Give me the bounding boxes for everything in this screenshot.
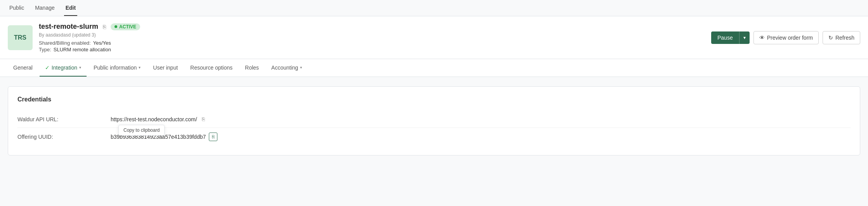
offering-uuid-label: Offering UUID: xyxy=(17,134,111,140)
pause-dropdown-button[interactable]: ▾ xyxy=(739,31,750,44)
sec-nav-accounting[interactable]: Accounting ▾ xyxy=(266,59,307,77)
header-title-row: test-remote-slurm ⎘ ACTIVE xyxy=(39,23,140,31)
table-row: Waldur API URL: https://rest-test.nodeco… xyxy=(17,111,851,128)
eye-icon: 👁 xyxy=(759,35,765,41)
credentials-table: Waldur API URL: https://rest-test.nodeco… xyxy=(17,111,851,146)
check-icon: ✓ xyxy=(45,65,50,71)
updated-by: By aasdasdasd (updated 3) xyxy=(39,32,140,38)
pause-btn-group: Pause ▾ xyxy=(711,31,750,44)
accounting-label: Accounting xyxy=(271,65,298,71)
shared-label: Shared/Billing enabled: xyxy=(39,40,91,46)
user-input-label: User input xyxy=(153,65,178,71)
copy-uuid-button[interactable]: ⎘ xyxy=(209,133,217,141)
header-info: test-remote-slurm ⎘ ACTIVE By aasdasdasd… xyxy=(39,23,140,52)
sec-nav-roles[interactable]: Roles xyxy=(240,59,264,77)
secondary-nav: General ✓ Integration ▾ Public informati… xyxy=(0,59,868,77)
refresh-btn-label: Refresh xyxy=(835,35,854,41)
copy-waldur-api-url-button[interactable]: ⎘ xyxy=(200,115,207,123)
meta-shared: Shared/Billing enabled: Yes/Yes xyxy=(39,40,140,46)
accounting-caret-icon: ▾ xyxy=(300,65,302,70)
status-badge: ACTIVE xyxy=(111,23,140,30)
preview-btn-label: Preview order form xyxy=(767,35,813,41)
copy-tooltip: Copy to clipboard xyxy=(118,125,165,136)
refresh-icon: ↻ xyxy=(828,35,833,41)
top-nav-manage[interactable]: Manage xyxy=(33,0,56,16)
roles-label: Roles xyxy=(245,65,259,71)
top-nav-edit[interactable]: Edit xyxy=(64,0,77,16)
type-label: Type: xyxy=(39,47,51,52)
header-actions: Pause ▾ 👁 Preview order form ↻ Refresh xyxy=(711,31,860,44)
top-nav-public[interactable]: Public xyxy=(8,0,26,16)
preview-order-form-button[interactable]: 👁 Preview order form xyxy=(753,31,819,44)
refresh-button[interactable]: ↻ Refresh xyxy=(823,31,860,44)
sec-nav-resource-options[interactable]: Resource options xyxy=(185,59,238,77)
top-nav: Public Manage Edit xyxy=(0,0,868,16)
copy-name-button[interactable]: ⎘ xyxy=(102,23,107,31)
waldur-api-url-label: Waldur API URL: xyxy=(17,116,111,122)
header-section: TRS test-remote-slurm ⎘ ACTIVE By aasdas… xyxy=(0,16,868,59)
public-info-label: Public information xyxy=(94,65,137,71)
header-left: TRS test-remote-slurm ⎘ ACTIVE By aasdas… xyxy=(8,23,140,52)
integration-label: Integration xyxy=(52,65,77,71)
pause-button[interactable]: Pause xyxy=(711,31,739,44)
credentials-card: Credentials Waldur API URL: https://rest… xyxy=(8,86,860,155)
resource-options-label: Resource options xyxy=(190,65,233,71)
sec-nav-integration[interactable]: ✓ Integration ▾ xyxy=(40,59,87,77)
main-content: Credentials Waldur API URL: https://rest… xyxy=(0,77,868,165)
waldur-api-url-text: https://rest-test.nodeconductor.com/ xyxy=(111,116,197,122)
caret-icon: ▾ xyxy=(743,35,746,40)
avatar: TRS xyxy=(8,25,33,50)
offering-name: test-remote-slurm xyxy=(39,23,98,31)
public-info-caret-icon: ▾ xyxy=(139,65,141,70)
waldur-api-url-value: https://rest-test.nodeconductor.com/ ⎘ C… xyxy=(111,115,207,123)
credentials-title: Credentials xyxy=(17,96,851,103)
meta-type: Type: SLURM remote allocation xyxy=(39,47,140,52)
sec-nav-public-information[interactable]: Public information ▾ xyxy=(88,59,146,77)
shared-value: Yes/Yes xyxy=(93,40,111,46)
sec-nav-user-input[interactable]: User input xyxy=(148,59,183,77)
type-value: SLURM remote allocation xyxy=(54,47,111,52)
general-label: General xyxy=(13,65,33,71)
sec-nav-general[interactable]: General xyxy=(8,59,38,77)
integration-caret-icon: ▾ xyxy=(79,65,81,70)
